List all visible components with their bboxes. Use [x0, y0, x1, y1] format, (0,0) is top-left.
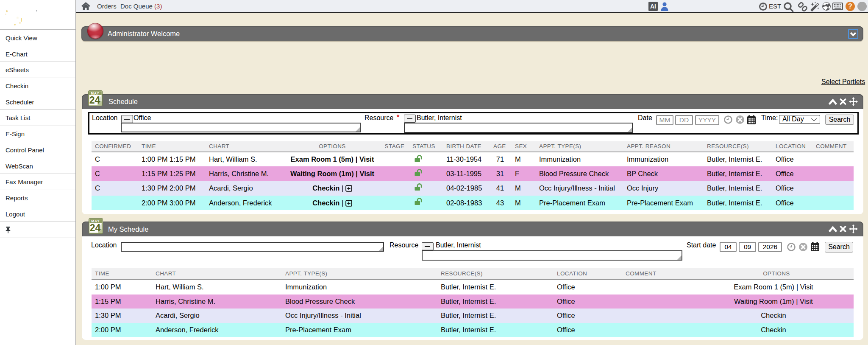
svg-text:24: 24 [89, 95, 100, 106]
svg-text:24: 24 [90, 222, 101, 233]
